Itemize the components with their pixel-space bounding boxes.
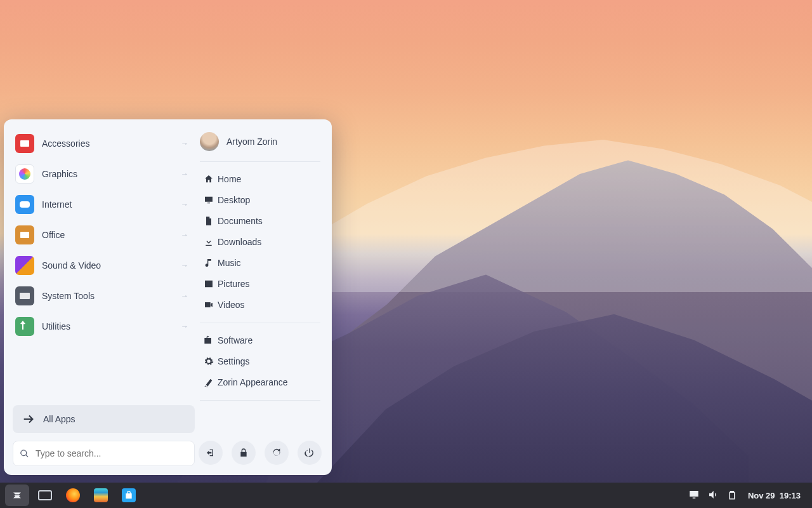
place-videos[interactable]: Videos [197,294,323,315]
shortcut-settings[interactable]: Settings [197,351,323,371]
category-label: Office [42,230,181,240]
shortcut-zorin-appearance[interactable]: Zorin Appearance [197,371,323,392]
avatar [200,132,219,151]
all-apps-label: All Apps [43,414,75,424]
taskbar-start-button[interactable] [5,485,29,506]
taskbar-files[interactable] [89,485,113,506]
date-label: Nov 29 [748,491,775,500]
place-label: Desktop [218,195,250,205]
display-icon [688,489,700,500]
shortcut-label: Zorin Appearance [218,377,288,387]
search-box[interactable] [13,441,195,466]
battery-icon [726,489,738,500]
taskbar: Nov 29 19:13 [0,483,812,508]
chevron-right-icon: → [181,322,188,331]
appearance-icon [200,377,218,387]
home-icon [200,174,218,184]
zorin-icon [11,490,23,501]
lock-button[interactable] [232,441,256,465]
place-desktop[interactable]: Desktop [197,189,323,210]
document-icon [200,216,218,226]
shortcut-software[interactable]: Software [197,330,323,351]
software-store-icon [122,488,136,502]
search-input[interactable] [36,448,188,458]
picture-icon [200,279,218,289]
monitor-icon [15,286,34,305]
media-icon [15,256,34,275]
desktop-outline-icon [38,490,52,500]
place-label: Documents [218,216,263,226]
chevron-right-icon: → [181,231,188,239]
category-sound-video[interactable]: Sound & Video → [13,250,195,281]
restart-button[interactable] [265,441,289,465]
place-pictures[interactable]: Pictures [197,273,323,294]
category-internet[interactable]: Internet → [13,189,195,220]
cloud-icon [15,195,34,214]
category-graphics[interactable]: Graphics → [13,159,195,189]
logout-button[interactable] [199,441,223,465]
firefox-icon [66,488,80,502]
bag-icon [200,335,218,345]
lock-icon [239,448,249,458]
music-icon [200,258,218,268]
volume-icon [707,489,719,500]
shortcut-label: Software [218,335,252,345]
place-label: Videos [218,300,245,310]
category-label: Graphics [42,169,181,179]
tray-display[interactable] [688,489,700,502]
arrow-right-icon [19,412,38,426]
taskbar-firefox[interactable] [61,485,85,506]
category-label: System Tools [42,291,181,301]
power-button[interactable] [298,441,322,465]
place-label: Pictures [218,279,250,289]
start-menu: Accessories → Graphics → Internet → Offi… [4,119,332,475]
category-label: Accessories [42,138,181,149]
tray-volume[interactable] [707,489,719,502]
taskbar-software[interactable] [117,485,141,506]
place-music[interactable]: Music [197,252,323,273]
chevron-right-icon: → [181,200,188,209]
all-apps-button[interactable]: All Apps [13,405,195,433]
wrench-icon [15,317,34,336]
gear-icon [200,356,218,366]
category-label: Utilities [42,321,181,331]
separator [200,400,320,401]
category-office[interactable]: Office → [13,220,195,250]
place-documents[interactable]: Documents [197,210,323,231]
user-name: Artyom Zorin [226,137,277,147]
taskbar-show-desktop[interactable] [33,485,57,506]
category-accessories[interactable]: Accessories → [13,128,195,159]
shortcut-label: Settings [218,356,250,366]
place-label: Downloads [218,237,261,247]
tray-battery[interactable] [726,489,738,502]
time-label: 19:13 [780,491,801,500]
power-icon [304,448,315,458]
category-system-tools[interactable]: System Tools → [13,281,195,311]
separator [200,323,320,323]
download-icon [200,237,218,247]
chevron-right-icon: → [181,291,188,300]
user-profile-button[interactable]: Artyom Zorin [197,128,323,160]
category-label: Internet [42,199,181,210]
desktop-icon [200,195,218,205]
place-label: Music [218,258,241,268]
place-downloads[interactable]: Downloads [197,231,323,252]
category-label: Sound & Video [42,260,181,271]
place-home[interactable]: Home [197,168,323,189]
taskbar-clock[interactable]: Nov 29 19:13 [748,491,801,500]
search-icon [20,449,29,458]
place-label: Home [218,174,241,184]
files-icon [94,488,108,502]
chevron-right-icon: → [181,170,188,178]
restart-icon [272,448,282,458]
category-utilities[interactable]: Utilities → [13,311,195,342]
briefcase-icon [15,225,34,244]
separator [200,161,320,162]
logout-icon [206,448,216,458]
video-icon [200,300,218,310]
chevron-right-icon: → [181,261,188,270]
briefcase-icon [15,134,34,153]
palette-icon [15,164,34,184]
chevron-right-icon: → [181,139,188,148]
